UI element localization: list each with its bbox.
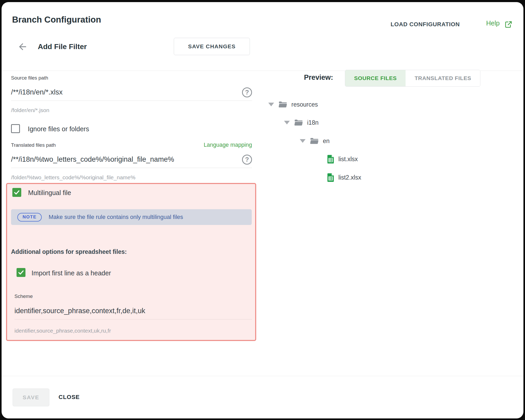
source-path-help-icon[interactable]: ? <box>242 87 252 97</box>
source-path-label: Source files path <box>11 75 48 81</box>
close-button[interactable]: CLOSE <box>59 394 80 401</box>
footer-divider <box>2 376 523 376</box>
scheme-label: Scheme <box>14 293 33 299</box>
checkmark-icon <box>13 189 20 196</box>
translated-path-help-icon[interactable]: ? <box>242 155 252 165</box>
back-arrow-icon[interactable] <box>17 41 28 52</box>
branch-configuration-dialog: Branch Configuration LOAD CONFIGURATION … <box>2 2 523 418</box>
import-first-line-checkbox[interactable] <box>17 268 25 277</box>
spreadsheet-file-icon <box>327 173 334 182</box>
tab-source-files[interactable]: SOURCE FILES <box>345 70 406 86</box>
help-link[interactable]: Help <box>486 19 500 27</box>
folder-icon <box>310 137 319 145</box>
note-badge: NOTE <box>17 213 42 222</box>
tree-row-list2-xlsx[interactable]: list2.xlsx <box>327 172 361 183</box>
ignore-files-checkbox[interactable] <box>11 124 20 133</box>
checkmark-icon <box>18 269 24 276</box>
folder-icon <box>278 101 287 108</box>
tree-label[interactable]: list.xlsx <box>338 156 358 163</box>
translated-path-helper: /folder/%two_letters_code%/%original_fil… <box>11 174 135 181</box>
scheme-value[interactable]: identifier,source_phrase,context,fr,de,i… <box>14 307 252 315</box>
preview-label: Preview: <box>304 74 333 82</box>
tree-label[interactable]: i18n <box>307 119 318 126</box>
multilingual-checkbox[interactable] <box>12 188 21 197</box>
folder-icon <box>294 119 303 126</box>
tree-label[interactable]: en <box>323 138 330 145</box>
language-mapping-link[interactable]: Language mapping <box>11 142 252 148</box>
import-first-line-label[interactable]: Import first line as a header <box>32 269 111 277</box>
note-text: Make sure the file rule contains only mu… <box>49 214 183 220</box>
source-path-input[interactable]: /**/i18n/en/*.xlsx ? <box>11 84 252 101</box>
save-changes-button[interactable]: SAVE CHANGES <box>174 38 250 55</box>
preview-tabs: SOURCE FILES TRANSLATED FILES <box>345 70 480 87</box>
caret-down-icon[interactable] <box>300 139 306 143</box>
caret-down-icon[interactable] <box>268 103 274 106</box>
multilingual-label[interactable]: Multilingual file <box>28 189 71 197</box>
scheme-helper: identifier,source_phrase,context,uk,ru,f… <box>14 328 111 334</box>
source-path-value[interactable]: /**/i18n/en/*.xlsx <box>11 88 242 96</box>
source-path-helper: /folder/en/*.json <box>11 107 49 113</box>
tree-row-list-xlsx[interactable]: list.xlsx <box>327 153 358 165</box>
scheme-input[interactable]: identifier,source_phrase,context,fr,de,i… <box>14 303 252 319</box>
tree-label[interactable]: resources <box>291 101 318 108</box>
tree-row-i18n[interactable]: i18n <box>284 117 318 128</box>
note-banner: NOTE Make sure the file rule contains on… <box>11 209 252 225</box>
tree-row-resources[interactable]: resources <box>268 99 318 110</box>
caret-down-icon[interactable] <box>284 121 290 124</box>
page-title: Branch Configuration <box>12 15 101 25</box>
tree-label[interactable]: list2.xlsx <box>338 174 361 181</box>
spreadsheet-file-icon <box>327 155 334 164</box>
translated-path-input[interactable]: /**/i18n/%two_letters_code%/%original_fi… <box>11 151 252 168</box>
save-button[interactable]: SAVE <box>13 388 49 406</box>
ignore-files-label[interactable]: Ignore files or folders <box>28 125 89 133</box>
tab-translated-files[interactable]: TRANSLATED FILES <box>406 70 480 86</box>
tree-row-en[interactable]: en <box>300 135 330 147</box>
load-configuration-button[interactable]: LOAD CONFIGURATION <box>391 21 460 28</box>
add-file-filter-title: Add File Filter <box>38 43 87 51</box>
translated-path-value[interactable]: /**/i18n/%two_letters_code%/%original_fi… <box>11 155 242 164</box>
external-link-icon[interactable] <box>505 20 512 28</box>
spreadsheet-options-heading: Additional options for spreadsheet files… <box>11 248 127 255</box>
